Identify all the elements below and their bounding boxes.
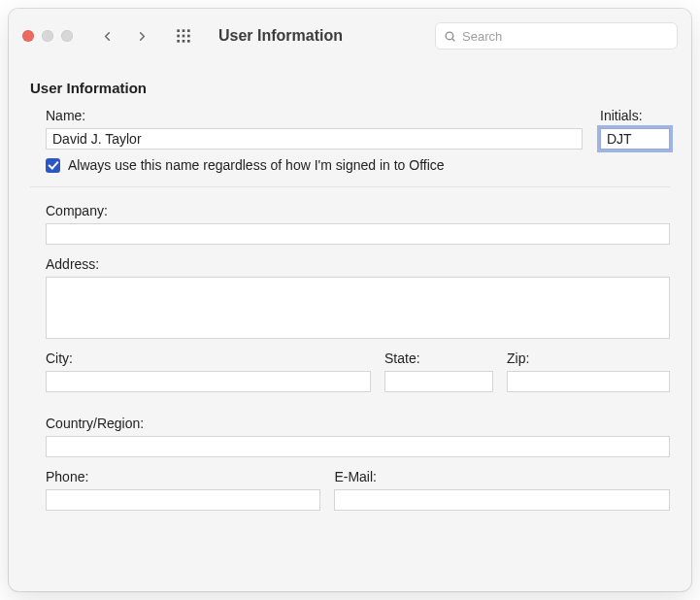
city-label: City: bbox=[46, 350, 371, 366]
divider bbox=[30, 186, 670, 187]
svg-rect-3 bbox=[177, 35, 180, 38]
country-label: Country/Region: bbox=[46, 416, 670, 431]
back-button[interactable] bbox=[94, 23, 119, 49]
email-label: E-Mail: bbox=[334, 469, 670, 484]
close-window-button[interactable] bbox=[22, 30, 34, 42]
chevron-right-icon bbox=[135, 29, 150, 44]
show-all-button[interactable] bbox=[170, 22, 197, 50]
svg-rect-0 bbox=[177, 29, 180, 32]
phone-input[interactable] bbox=[46, 489, 320, 511]
name-label: Name: bbox=[46, 108, 583, 123]
always-use-name-checkbox[interactable] bbox=[46, 158, 60, 173]
chevron-left-icon bbox=[100, 29, 115, 44]
state-label: State: bbox=[384, 350, 493, 366]
svg-rect-1 bbox=[183, 29, 185, 32]
search-input[interactable] bbox=[462, 29, 669, 44]
svg-rect-5 bbox=[187, 35, 190, 38]
email-input[interactable] bbox=[334, 489, 670, 511]
address-input[interactable] bbox=[46, 277, 670, 339]
forward-button[interactable] bbox=[129, 23, 154, 49]
titlebar: User Information bbox=[9, 9, 691, 62]
initials-input[interactable] bbox=[600, 128, 670, 150]
city-input[interactable] bbox=[46, 371, 371, 392]
svg-rect-7 bbox=[183, 40, 185, 43]
country-input[interactable] bbox=[46, 436, 670, 457]
window-controls bbox=[22, 30, 73, 42]
company-label: Company: bbox=[46, 203, 670, 218]
company-input[interactable] bbox=[46, 223, 670, 245]
svg-line-10 bbox=[452, 38, 454, 40]
always-use-name-label: Always use this name regardless of how I… bbox=[68, 157, 445, 173]
minimize-window-button[interactable] bbox=[42, 30, 53, 42]
search-icon bbox=[444, 30, 456, 43]
grid-icon bbox=[176, 28, 191, 44]
phone-label: Phone: bbox=[46, 469, 320, 484]
svg-rect-4 bbox=[183, 35, 185, 38]
window-title: User Information bbox=[218, 27, 343, 45]
svg-point-9 bbox=[446, 32, 453, 40]
address-label: Address: bbox=[46, 256, 670, 272]
initials-label: Initials: bbox=[600, 108, 670, 123]
maximize-window-button[interactable] bbox=[61, 30, 73, 42]
content-area: User Information Name: Initials: Always … bbox=[9, 62, 691, 591]
name-input[interactable] bbox=[46, 128, 583, 150]
search-field-container[interactable] bbox=[435, 22, 678, 50]
state-input[interactable] bbox=[384, 371, 493, 392]
preferences-window: User Information User Information Name: … bbox=[9, 9, 691, 591]
svg-rect-6 bbox=[177, 40, 180, 43]
section-heading: User Information bbox=[30, 80, 670, 96]
svg-rect-2 bbox=[187, 29, 190, 32]
svg-rect-8 bbox=[187, 40, 190, 43]
zip-input[interactable] bbox=[507, 371, 670, 392]
zip-label: Zip: bbox=[507, 350, 670, 366]
